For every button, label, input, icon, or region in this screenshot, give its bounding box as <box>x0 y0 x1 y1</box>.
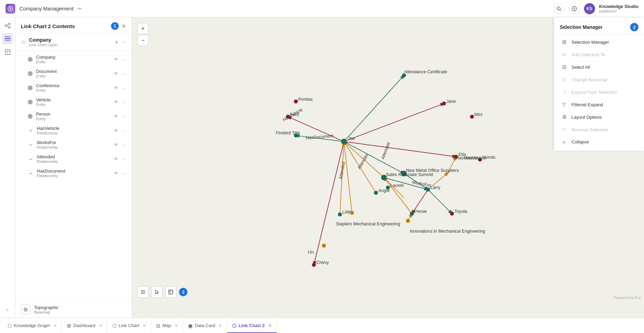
menu-item[interactable]: ⊞ Selection Manager <box>554 36 644 48</box>
tab-item[interactable]: ⬡ Link Chart 2 ✕ <box>227 318 277 333</box>
svg-text:Persie: Persie <box>414 209 427 214</box>
svg-point-55 <box>442 101 446 106</box>
svg-line-8 <box>7 24 8 25</box>
tab-close-button[interactable]: ✕ <box>143 323 146 328</box>
list-item[interactable]: → WorksFor Relationship 👁 ··· <box>15 138 132 152</box>
svg-rect-11 <box>5 39 10 41</box>
user-avatar[interactable]: KS <box>584 3 595 14</box>
svg-line-2 <box>560 9 561 11</box>
search-button[interactable] <box>553 3 565 14</box>
list-item[interactable]: → HasVehicle Relationship 👁 ··· <box>15 123 132 138</box>
item-dots-icon[interactable]: ··· <box>122 71 126 76</box>
svg-point-45 <box>426 188 430 192</box>
item-dots-icon[interactable]: ··· <box>122 170 126 176</box>
item-eye-icon[interactable]: 👁 <box>113 71 118 76</box>
item-eye-icon[interactable]: 👁 <box>113 156 118 162</box>
topbar: Company Management ✏ ? KS Knowledge Stud… <box>0 0 644 17</box>
menu-item[interactable]: » Collapse <box>554 136 644 148</box>
menu-item-label: Change Basemap <box>571 77 608 82</box>
item-eye-icon[interactable]: 👁 <box>113 142 118 148</box>
rail-icon-table[interactable] <box>2 47 13 58</box>
svg-point-53 <box>294 99 298 103</box>
svg-line-9 <box>7 26 8 27</box>
item-circle-icon <box>28 114 33 119</box>
panel-close-button[interactable]: ✕ <box>121 23 126 30</box>
menu-item[interactable]: ⚙ Layout Options <box>554 111 644 123</box>
tab-close-button[interactable]: ✕ <box>219 323 222 328</box>
svg-text:Lilith: Lilith <box>342 210 351 215</box>
tab-item[interactable]: ⬡ Knowledge Graph ✕ <box>3 318 62 333</box>
rail-icon-connect[interactable] <box>2 20 13 31</box>
item-dots-icon[interactable]: ··· <box>122 142 126 148</box>
list-item[interactable]: Person Entity 👁 ··· <box>15 109 132 123</box>
item-eye-icon[interactable]: 👁 <box>113 99 118 105</box>
tab-item[interactable]: ▣ Data Card ✕ <box>183 318 227 333</box>
tab-close-button[interactable]: ✕ <box>268 323 272 328</box>
item-dots-icon[interactable]: ··· <box>122 156 126 162</box>
tab-close-button[interactable]: ✕ <box>99 323 102 328</box>
zoom-out-button[interactable]: − <box>137 35 149 46</box>
list-item[interactable]: Vehicle Entity 👁 ··· <box>15 95 132 109</box>
item-eye-icon[interactable]: 👁 <box>113 170 118 176</box>
item-eye-icon[interactable]: 👁 <box>113 128 118 133</box>
panel-title: Link Chart 2 Contents <box>21 23 108 29</box>
item-dots-icon[interactable]: ··· <box>122 85 126 91</box>
item-eye-icon[interactable]: 👁 <box>113 85 118 91</box>
cursor-toolbar-button[interactable] <box>151 286 162 298</box>
list-item[interactable]: Document Entity 👁 ··· <box>15 66 132 81</box>
user-role: publisher2 <box>599 9 638 13</box>
edit-icon[interactable]: ✏ <box>78 6 82 11</box>
item-dots-icon[interactable]: ··· <box>122 114 126 119</box>
item-name: Vehicle <box>36 97 110 102</box>
rail-collapse[interactable]: « <box>3 305 11 315</box>
help-button[interactable]: ? <box>569 3 580 14</box>
item-type: Entity <box>36 88 110 92</box>
basemap-icon: ⊞ <box>21 305 31 314</box>
item-dots-icon[interactable]: ··· <box>122 128 126 133</box>
menu-item-label: Selection Manager <box>571 40 609 45</box>
item-info: Attended Relationship <box>37 154 110 164</box>
tab-close-button[interactable]: ✕ <box>175 323 178 328</box>
tab-close-button[interactable]: ✕ <box>53 323 57 328</box>
list-item[interactable]: Conference Entity 👁 ··· <box>15 81 132 95</box>
rail-icon-layers[interactable] <box>2 33 13 44</box>
tab-item[interactable]: ⊟ Map ✕ <box>151 318 183 333</box>
svg-text:Un...: Un... <box>308 250 317 255</box>
tab-item[interactable]: ⊞ Dashboard ✕ <box>62 318 108 333</box>
list-item[interactable]: → Attended Relationship 👁 ··· <box>15 152 132 166</box>
item-circle-icon <box>28 100 33 105</box>
svg-point-6 <box>8 23 10 25</box>
item-dots-icon[interactable]: ··· <box>122 99 126 105</box>
menu-item-label: Filtered Expand <box>571 102 603 107</box>
menu-item[interactable]: ▽ Filtered Expand <box>554 98 644 111</box>
svg-rect-10 <box>5 36 10 38</box>
layer-expand-icon[interactable]: ∧ <box>115 39 118 45</box>
svg-point-35 <box>341 139 347 144</box>
item-name: WorksFor <box>37 140 110 145</box>
item-type: Entity <box>36 117 110 121</box>
item-eye-icon[interactable]: 👁 <box>113 114 118 119</box>
menu-item-label: Layout Options <box>571 115 602 120</box>
item-dots-icon[interactable]: ··· <box>122 57 126 62</box>
item-type: Entity <box>36 102 110 107</box>
menu-item[interactable]: ⊟ Select All <box>554 61 644 73</box>
menu-item-icon: ✂ <box>561 126 567 133</box>
list-item[interactable]: Company Entity 👁 ··· <box>15 52 132 66</box>
svg-text:Innovations in Mechanical Engi: Innovations in Mechanical Engineering <box>410 229 485 234</box>
list-item[interactable]: → HasDocument Relationship 👁 ··· <box>15 166 132 180</box>
context-menu-header: Selection Manager 2 <box>554 20 644 34</box>
tab-item[interactable]: ⬡ Link Chart ✕ <box>108 318 151 333</box>
frame-toolbar-button[interactable] <box>165 286 176 298</box>
svg-line-19 <box>344 142 456 157</box>
item-info: WorksFor Relationship <box>37 140 110 149</box>
layer-menu-icon[interactable]: ··· <box>122 39 126 45</box>
svg-text:Joe: Joe <box>348 136 355 141</box>
svg-point-63 <box>312 263 316 267</box>
item-type: Relationship <box>37 159 110 164</box>
svg-line-16 <box>344 75 404 141</box>
zoom-in-button[interactable]: + <box>137 23 149 34</box>
item-eye-icon[interactable]: 👁 <box>113 57 118 62</box>
svg-point-41 <box>374 191 378 195</box>
list-toolbar-button[interactable] <box>137 286 149 298</box>
svg-text:Sales Associate Summit: Sales Associate Summit <box>386 172 433 177</box>
